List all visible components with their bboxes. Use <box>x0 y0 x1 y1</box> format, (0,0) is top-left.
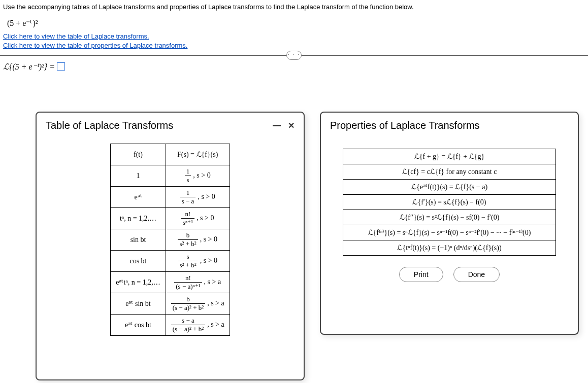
property-row: ℒ{f′′}(s) = s²ℒ{f}(s) − sf(0) − f′(0) <box>343 210 556 225</box>
prompt-lhs: ℒ{(5 + e⁻ᵗ)²} = <box>3 62 55 72</box>
problem-instruction: Use the accompanying tables of Laplace t… <box>0 0 588 14</box>
laplace-transforms-table: f(t) F(s) = ℒ{f}(s) 1 1s, s > 0 eᵃᵗ 1s −… <box>110 144 230 336</box>
property-row: ℒ{tⁿf(t)}(s) = (−1)ⁿ (dⁿ/dsⁿ)(ℒ{f}(s)) <box>343 240 556 255</box>
laplace-properties-panel: Properties of Laplace Transforms ℒ{f + g… <box>320 112 579 335</box>
cell-ft: eᵃᵗ <box>111 187 166 208</box>
cell-Fs: 1s − a, s > 0 <box>166 187 230 208</box>
link-view-properties-table[interactable]: Click here to view the table of properti… <box>0 41 588 50</box>
cell-Fs: 1s, s > 0 <box>166 165 230 187</box>
close-icon[interactable]: ✕ <box>288 123 295 129</box>
panel-title-properties: Properties of Laplace Transforms <box>330 120 480 131</box>
print-button[interactable]: Print <box>399 267 443 282</box>
cell-Fs: ss² + b², s > 0 <box>166 251 230 272</box>
cell-ft: tⁿ, n = 1,2,… <box>111 208 166 229</box>
ellipsis-icon[interactable]: · · · <box>286 51 302 60</box>
col-header-Fs: F(s) = ℒ{f}(s) <box>166 144 230 165</box>
cell-Fs: n!sⁿ⁺¹, s > 0 <box>166 208 230 229</box>
property-row: ℒ{eᵃᵗf(t)}(s) = ℒ{f}(s − a) <box>343 180 556 195</box>
property-row: ℒ{f + g} = ℒ{f} + ℒ{g} <box>343 149 556 164</box>
cell-ft: cos bt <box>111 251 166 272</box>
section-separator: · · · <box>0 55 588 56</box>
property-row: ℒ{cf} = cℒ{f} for any constant c <box>343 164 556 180</box>
cell-Fs: bs² + b², s > 0 <box>166 229 230 251</box>
table-row: eᵃᵗ cos bt s − a(s − a)² + b², s > a <box>111 315 230 336</box>
property-row: ℒ{f⁽ⁿ⁾}(s) = sⁿℒ{f}(s) − sⁿ⁻¹f(0) − sⁿ⁻²… <box>343 225 556 240</box>
table-row: cos bt ss² + b², s > 0 <box>111 251 230 272</box>
properties-table: ℒ{f + g} = ℒ{f} + ℒ{g} ℒ{cf} = cℒ{f} for… <box>343 149 556 256</box>
cell-ft: 1 <box>111 165 166 187</box>
done-button[interactable]: Done <box>453 267 500 282</box>
link-view-transforms-table[interactable]: Click here to view the table of Laplace … <box>0 32 588 41</box>
col-header-ft: f(t) <box>111 144 166 165</box>
property-row: ℒ{f′}(s) = sℒ{f}(s) − f(0) <box>343 195 556 210</box>
table-row: eᵃᵗ 1s − a, s > 0 <box>111 187 230 208</box>
cell-ft: eᵃᵗ sin bt <box>111 293 166 315</box>
cell-Fs: s − a(s − a)² + b², s > a <box>166 315 230 336</box>
answer-input[interactable] <box>57 62 65 71</box>
table-row: tⁿ, n = 1,2,… n!sⁿ⁺¹, s > 0 <box>111 208 230 229</box>
cell-ft: eᵃᵗ cos bt <box>111 315 166 336</box>
cell-ft: sin bt <box>111 229 166 251</box>
table-row: sin bt bs² + b², s > 0 <box>111 229 230 251</box>
table-row: eᵃᵗ sin bt b(s − a)² + b², s > a <box>111 293 230 315</box>
cell-Fs: b(s − a)² + b², s > a <box>166 293 230 315</box>
panel-title-transforms: Table of Laplace Transforms <box>46 120 173 131</box>
laplace-transforms-panel: Table of Laplace Transforms ✕ f(t) F(s) … <box>36 112 305 380</box>
problem-expression: (5 + e⁻ᵗ)² <box>0 14 588 32</box>
minimize-icon[interactable] <box>273 125 281 126</box>
cell-Fs: n!(s − a)ⁿ⁺¹, s > a <box>166 272 230 293</box>
table-row: 1 1s, s > 0 <box>111 165 230 187</box>
table-row: eᵃᵗtⁿ, n = 1,2,… n!(s − a)ⁿ⁺¹, s > a <box>111 272 230 293</box>
cell-ft: eᵃᵗtⁿ, n = 1,2,… <box>111 272 166 293</box>
